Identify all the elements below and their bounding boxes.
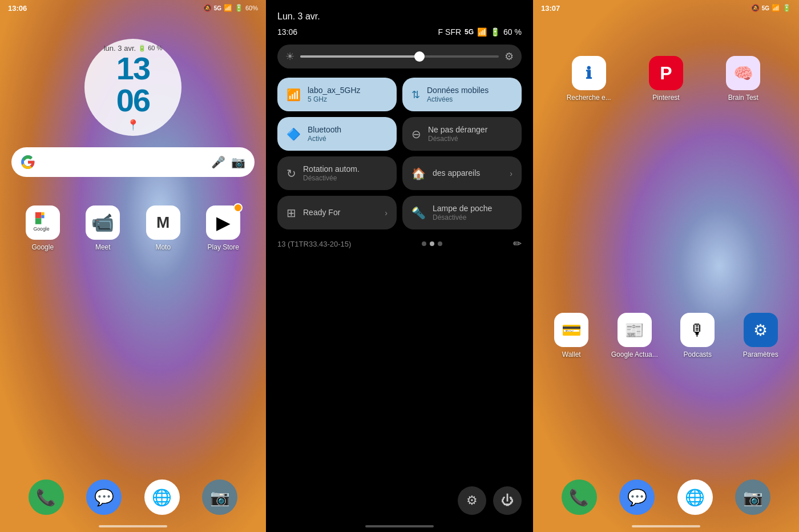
gactu-label: Google Actua... bbox=[611, 350, 658, 358]
brightness-thumb bbox=[414, 51, 425, 62]
readyfor-tile-icon: ⊞ bbox=[286, 206, 296, 220]
qs-pagination-dots bbox=[422, 241, 442, 246]
qs-tile-torch[interactable]: 🔦 Lampe de poche Désactivée bbox=[402, 196, 522, 229]
bluetooth-tile-icon: 🔷 bbox=[286, 127, 301, 141]
qs-status-bar: 13:06 F SFR 5G 📶 🔋 60 % bbox=[266, 25, 533, 45]
pinterest-icon: P bbox=[649, 56, 683, 90]
right-dock: 📞 💬 🌐 📷 bbox=[533, 479, 799, 515]
qs-time: 13:06 bbox=[277, 27, 297, 37]
left-app-grid: Google Google 📹 Meet M Moto ▶ Play Store bbox=[0, 194, 266, 263]
dnd-tile-text: Ne pas déranger Désactivé bbox=[428, 125, 513, 143]
dnd-icon: 🔕 bbox=[203, 4, 212, 12]
right-top-grid: ℹ Recherche e... P Pinterest 🧠 Brain Tes… bbox=[533, 45, 799, 113]
wifi-tile-text: labo_ax_5GHz 5 GHz bbox=[308, 86, 388, 103]
devices-tile-text: des appareils bbox=[433, 168, 503, 178]
left-5g-icon: 5G bbox=[214, 5, 221, 11]
rotation-tile-icon: ↻ bbox=[286, 167, 296, 180]
settings-label: Paramètres bbox=[743, 350, 778, 358]
right-signal-icon: 📶 bbox=[772, 4, 780, 12]
brightness-settings-icon[interactable]: ⚙ bbox=[505, 50, 514, 63]
braintest-label: Brain Test bbox=[728, 94, 758, 102]
gactu-icon: 📰 bbox=[618, 313, 652, 347]
right-panel: 13:07 🔕 5G 📶 🔋 ℹ Recherche e... P Pinter… bbox=[533, 0, 799, 532]
meet-label: Meet bbox=[95, 243, 111, 251]
bluetooth-tile-title: Bluetooth bbox=[308, 125, 388, 134]
playstore-badge bbox=[233, 203, 243, 212]
lens-icon[interactable]: 📷 bbox=[231, 155, 245, 169]
app-braintest[interactable]: 🧠 Brain Test bbox=[711, 56, 776, 102]
right-chrome-icon: 🌐 bbox=[677, 479, 713, 515]
torch-tile-text: Lampe de poche Désactivée bbox=[433, 204, 513, 221]
rotation-tile-sub: Désactivée bbox=[303, 174, 388, 182]
settings-icon: ⚙ bbox=[744, 313, 778, 347]
app-podcasts[interactable]: 🎙 Podcasts bbox=[671, 313, 725, 358]
app-meet[interactable]: 📹 Meet bbox=[78, 205, 129, 251]
phone-icon: 📞 bbox=[29, 479, 64, 515]
qs-tile-wifi[interactable]: 📶 labo_ax_5GHz 5 GHz bbox=[277, 78, 397, 111]
qs-tile-bluetooth[interactable]: 🔷 Bluetooth Activé bbox=[277, 117, 397, 151]
app-playstore[interactable]: ▶ Play Store bbox=[198, 205, 249, 251]
right-battery-icon: 🔋 bbox=[782, 4, 791, 12]
dock-messages[interactable]: 💬 bbox=[86, 479, 122, 515]
brightness-bar[interactable] bbox=[300, 55, 499, 58]
qs-battery-pct: 60 % bbox=[503, 27, 522, 37]
wifi-tile-title: labo_ax_5GHz bbox=[308, 86, 388, 95]
qs-date: Lun. 3 avr. bbox=[266, 0, 533, 25]
app-google[interactable]: Google Google bbox=[17, 205, 68, 251]
right-camera-icon: 📷 bbox=[735, 479, 770, 515]
playstore-label: Play Store bbox=[208, 243, 239, 251]
dock-phone[interactable]: 📞 bbox=[29, 479, 64, 515]
dock-camera[interactable]: 📷 bbox=[202, 479, 237, 515]
qs-dot-3 bbox=[438, 241, 442, 246]
qs-tile-dnd[interactable]: ⊖ Ne pas déranger Désactivé bbox=[402, 117, 522, 151]
qs-tile-readyfor[interactable]: ⊞ Ready For › bbox=[277, 196, 397, 229]
left-dock: 📞 💬 🌐 📷 bbox=[0, 479, 266, 515]
qs-tile-mobile[interactable]: ⇅ Données mobiles Activées bbox=[402, 78, 522, 111]
qs-brightness[interactable]: ☀ ⚙ bbox=[277, 45, 522, 68]
right-dock-phone[interactable]: 📞 bbox=[562, 479, 597, 515]
right-dock-camera[interactable]: 📷 bbox=[735, 479, 770, 515]
brightness-icon: ☀ bbox=[285, 50, 294, 63]
qs-dot-1 bbox=[422, 241, 426, 246]
dnd-tile-title: Ne pas déranger bbox=[428, 125, 513, 134]
app-pinterest[interactable]: P Pinterest bbox=[633, 56, 699, 102]
qs-power-button[interactable]: ⏻ bbox=[493, 486, 522, 515]
mobile-tile-text: Données mobiles Activées bbox=[427, 86, 513, 103]
dock-chrome[interactable]: 🌐 bbox=[144, 479, 180, 515]
app-recherche[interactable]: ℹ Recherche e... bbox=[556, 56, 622, 102]
right-dock-chrome[interactable]: 🌐 bbox=[677, 479, 713, 515]
podcasts-label: Podcasts bbox=[684, 350, 712, 358]
rotation-tile-title: Rotation autom. bbox=[303, 164, 388, 174]
recherche-label: Recherche e... bbox=[567, 94, 611, 102]
dnd-tile-icon: ⊖ bbox=[411, 127, 421, 141]
readyfor-tile-title: Ready For bbox=[303, 208, 378, 217]
app-gactu[interactable]: 📰 Google Actua... bbox=[608, 313, 662, 358]
right-status-time: 13:07 bbox=[541, 4, 560, 13]
qs-settings-button[interactable]: ⚙ bbox=[458, 486, 486, 515]
app-settings[interactable]: ⚙ Paramètres bbox=[734, 313, 788, 358]
wifi-tile-icon: 📶 bbox=[286, 88, 301, 102]
moto-label: Moto bbox=[155, 243, 171, 251]
qs-version: 13 (T1TR33.43-20-15) bbox=[277, 240, 351, 248]
left-status-icons: 🔕 5G 📶 🔋 60% bbox=[203, 4, 258, 12]
mobile-tile-icon: ⇅ bbox=[411, 88, 420, 101]
qs-tile-rotation[interactable]: ↻ Rotation autom. Désactivée bbox=[277, 156, 397, 190]
qs-status-right: F SFR 5G 📶 🔋 60 % bbox=[438, 27, 522, 37]
messages-icon: 💬 bbox=[86, 479, 122, 515]
qs-tile-devices[interactable]: 🏠 des appareils › bbox=[402, 156, 522, 190]
mobile-tile-sub: Activées bbox=[427, 95, 513, 103]
qs-edit-icon[interactable]: ✏ bbox=[513, 237, 522, 250]
google-label: Google bbox=[31, 243, 54, 251]
clock-widget: lun. 3 avr. 🔋 60 % 13 06 📍 bbox=[84, 39, 181, 136]
mobile-tile-title: Données mobiles bbox=[427, 86, 513, 95]
middle-home-indicator bbox=[365, 525, 434, 527]
playstore-icon: ▶ bbox=[206, 205, 240, 240]
mic-icon[interactable]: 🎤 bbox=[211, 155, 225, 169]
devices-arrow-icon: › bbox=[510, 169, 513, 178]
app-moto[interactable]: M Moto bbox=[138, 205, 189, 251]
left-status-time: 13:06 bbox=[8, 4, 27, 13]
right-dock-messages[interactable]: 💬 bbox=[619, 479, 655, 515]
left-search-bar[interactable]: 🎤 📷 bbox=[11, 147, 255, 177]
right-5g-icon: 5G bbox=[762, 5, 769, 11]
app-wallet[interactable]: 💳 Wallet bbox=[544, 313, 599, 358]
